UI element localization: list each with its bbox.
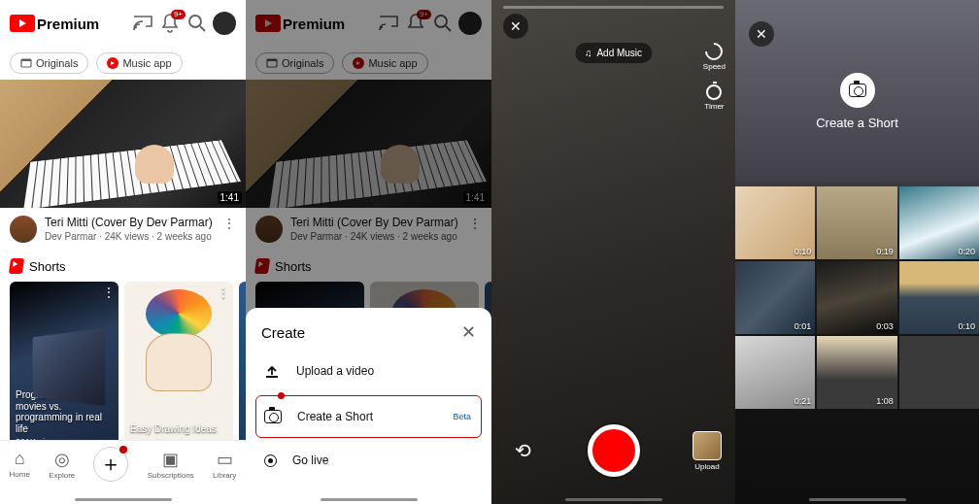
brand-text: Premium	[37, 16, 99, 32]
close-camera-button[interactable]: ✕	[503, 14, 528, 39]
hero-text: Create a Short	[816, 116, 898, 130]
system-home-bar	[565, 498, 662, 501]
camera-pane: ✕ ♫ Add Music Speed Timer ⟲ Upload	[491, 0, 735, 504]
gallery-item[interactable]: 1:08	[817, 336, 896, 409]
short-card-peek[interactable]	[239, 282, 246, 452]
nav-library[interactable]: ▭Library	[213, 449, 236, 480]
create-sheet-pane: Premium 9+ Originals Music app 1:41 Teri…	[246, 0, 491, 504]
short-title: Programming in movies vs. programming in…	[16, 389, 113, 434]
sheet-upload-video[interactable]: Upload a video	[246, 351, 491, 391]
search-icon[interactable]	[186, 12, 209, 35]
nav-home[interactable]: ⌂Home	[10, 449, 30, 479]
chip-music[interactable]: Music app	[96, 52, 182, 74]
sheet-go-live[interactable]: Go live	[246, 442, 491, 479]
timer-button[interactable]: Timer	[704, 84, 724, 111]
live-icon	[261, 452, 279, 469]
gallery-grid: 0:10 0:19 0:20 0:01 0:03 0:10 0:21 1:08	[735, 186, 979, 409]
play-logo-icon	[10, 15, 35, 32]
svg-point-0	[189, 16, 201, 27]
camera-side-tools: Speed Timer	[703, 43, 726, 111]
compass-icon: ◎	[54, 449, 70, 470]
speed-button[interactable]: Speed	[703, 43, 726, 71]
gallery-item[interactable]: 0:10	[735, 186, 815, 259]
nav-subscriptions[interactable]: ▣Subscriptions	[148, 449, 194, 480]
camera-icon	[262, 406, 284, 427]
video-card[interactable]: 1:41 Teri Mitti (Cover By Dev Parmar) De…	[0, 80, 246, 251]
subscriptions-icon: ▣	[162, 449, 179, 470]
close-gallery-button[interactable]: ✕	[749, 21, 774, 47]
plus-icon: ＋	[100, 450, 121, 479]
video-title: Teri Mitti (Cover By Dev Parmar)	[45, 216, 215, 229]
nav-create[interactable]: ＋	[93, 447, 128, 482]
library-icon: ▭	[217, 449, 233, 470]
video-meta: Teri Mitti (Cover By Dev Parmar) Dev Par…	[0, 208, 246, 251]
shorts-icon	[9, 258, 24, 274]
close-icon[interactable]: ✕	[461, 321, 476, 343]
bottom-nav: ⌂Home ◎Explore ＋ ▣Subscriptions ▭Library	[0, 440, 246, 487]
nav-explore[interactable]: ◎Explore	[49, 449, 75, 480]
system-home-bar	[75, 498, 172, 501]
gallery-item[interactable]: 0:01	[735, 261, 815, 334]
speed-icon	[702, 39, 727, 63]
record-button[interactable]	[588, 424, 640, 477]
filter-chips: Originals Music app	[0, 47, 246, 80]
sheet-create-short[interactable]: Create a Short Beta	[255, 395, 482, 438]
upload-shortcut[interactable]: Upload	[693, 431, 722, 471]
music-note-icon: ♫	[585, 48, 592, 58]
music-app-icon	[107, 57, 118, 69]
chip-originals[interactable]: Originals	[10, 52, 88, 74]
gallery-item[interactable]: 0:19	[817, 186, 896, 259]
home-icon: ⌂	[15, 449, 25, 469]
top-header: Premium 9+	[0, 0, 246, 47]
account-avatar[interactable]	[213, 12, 236, 35]
short-more-icon[interactable]: ⋮	[218, 286, 229, 299]
system-home-bar	[321, 498, 418, 501]
camera-bottom-controls: ⟲ Upload	[491, 424, 735, 477]
record-progress	[503, 6, 724, 9]
system-home-bar	[809, 498, 906, 501]
gallery-item[interactable]	[899, 336, 979, 409]
timer-icon	[706, 84, 722, 100]
beta-badge: Beta	[453, 412, 471, 421]
gallery-hero[interactable]: Create a Short	[735, 73, 979, 130]
upload-icon	[261, 360, 283, 382]
gallery-item[interactable]: 0:21	[735, 336, 815, 409]
shorts-heading: Shorts	[0, 251, 246, 282]
new-dot	[278, 392, 285, 399]
short-more-icon[interactable]: ⋮	[103, 286, 115, 299]
create-dot	[119, 446, 127, 454]
cast-icon[interactable]	[131, 12, 154, 35]
upload-thumb-icon	[693, 431, 722, 460]
camera-circle-icon	[840, 73, 875, 108]
notifications-icon[interactable]: 9+	[158, 12, 182, 35]
video-more-icon[interactable]: ⋮	[222, 216, 236, 243]
youtube-logo[interactable]: Premium	[10, 15, 99, 32]
short-card[interactable]: ⋮ Easy Drawing Ideas 5.7M views	[124, 282, 233, 452]
short-title: Easy Drawing Ideas	[130, 423, 227, 435]
gallery-item[interactable]: 0:03	[817, 261, 896, 334]
channel-avatar[interactable]	[10, 216, 37, 243]
video-subtitle: Dev Parmar · 24K views · 2 weeks ago	[45, 231, 215, 242]
flip-camera-button[interactable]: ⟲	[509, 437, 536, 464]
originals-icon	[20, 57, 32, 69]
gallery-item[interactable]: 0:20	[899, 186, 979, 259]
add-music-button[interactable]: ♫ Add Music	[575, 43, 652, 63]
gallery-pane: ✕ Create a Short 0:10 0:19 0:20 0:01 0:0…	[735, 0, 979, 504]
video-thumbnail: 1:41	[0, 80, 246, 208]
svg-rect-2	[21, 59, 31, 61]
notif-badge: 9+	[171, 10, 186, 19]
gallery-item[interactable]: 0:10	[899, 261, 979, 334]
create-bottom-sheet: Create ✕ Upload a video Create a Short B…	[246, 308, 491, 504]
sheet-title: Create	[261, 324, 305, 341]
short-card[interactable]: ⋮ Programming in movies vs. programming …	[10, 282, 118, 452]
shorts-row: ⋮ Programming in movies vs. programming …	[0, 282, 246, 452]
home-feed-pane: Premium 9+ Originals Music app 1:41	[0, 0, 246, 504]
video-duration: 1:41	[218, 191, 242, 204]
